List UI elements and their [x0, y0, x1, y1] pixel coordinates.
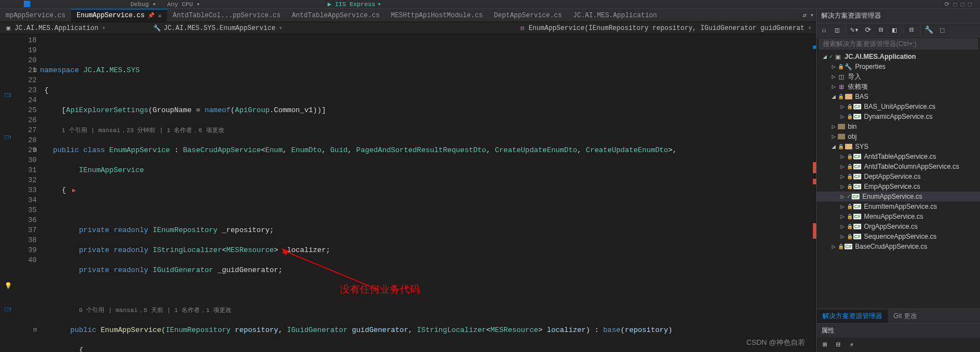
- events-icon[interactable]: ⚡: [847, 340, 857, 350]
- switch-view-icon[interactable]: ◫: [832, 25, 842, 35]
- tab-antdtable[interactable]: AntdTableAppService.cs: [287, 9, 385, 22]
- tree-file[interactable]: ▷🔒C#EnumItemAppService.cs: [817, 202, 980, 212]
- tree-folder-bas[interactable]: ◢🔒BAS: [817, 92, 980, 102]
- tree-folder-obj[interactable]: ▷obj: [817, 132, 980, 142]
- fold-icon[interactable]: ⊟: [33, 66, 37, 76]
- sync-icon[interactable]: ⟳: [863, 25, 873, 35]
- categorize-icon[interactable]: ⊞: [820, 340, 830, 350]
- breadcrumb-member[interactable]: ⊟EnumAppService(IEnumRepository reposito…: [519, 24, 805, 32]
- line-numbers: 1819202122232425262728293031323334353637…: [17, 34, 40, 352]
- code-editor[interactable]: ⊟namespace JC.AI.MES.SYS { [ApiExplorerS…: [40, 34, 807, 352]
- pending-changes-icon[interactable]: ✎▾: [850, 25, 860, 35]
- tab-antdtablecol[interactable]: AntdTableCol...ppService.cs: [167, 9, 286, 22]
- preview-icon[interactable]: ⬚: [937, 25, 947, 35]
- code-suggestion-icon[interactable]: ⬚↕: [3, 90, 13, 99]
- tree-folder-sys[interactable]: ◢🔒SYS: [817, 142, 980, 152]
- tree-file[interactable]: ▷🔒C#MenuAppService.cs: [817, 212, 980, 222]
- tree-file[interactable]: ▷🔒C#AntdTableAppService.cs: [817, 152, 980, 162]
- fold-icon[interactable]: ⊟: [33, 325, 37, 335]
- tree-file-enum[interactable]: ▷✓C#EnumAppService.cs: [817, 192, 980, 202]
- properties-icon[interactable]: 🔧: [924, 25, 934, 35]
- tab-mpappservice[interactable]: mpAppService.cs: [0, 9, 71, 22]
- tab-meshttp[interactable]: MESHttpApiHostModule.cs: [385, 9, 489, 22]
- tree-file[interactable]: ▷🔒C#BAS_UnitAppService.cs: [817, 102, 980, 112]
- tree-file[interactable]: ▷🔒C#EmpAppService.cs: [817, 182, 980, 192]
- overflow-icon[interactable]: ⇄: [803, 11, 807, 19]
- alphabetical-icon[interactable]: ⊟: [833, 340, 843, 350]
- properties-panel: 属性 ⊞ ⊟ ⚡: [817, 323, 980, 352]
- search-input[interactable]: [819, 38, 978, 49]
- tree-file[interactable]: ▷🔒C#AntdTableColumnAppService.cs: [817, 162, 980, 172]
- dropdown-icon[interactable]: ▾: [810, 11, 814, 19]
- codelens[interactable]: 1 个引用 | mansai，23 分钟前 | 1 名作者，6 项更改: [62, 127, 224, 134]
- tree-file[interactable]: ▷🔒C#OrgAppService.cs: [817, 222, 980, 232]
- tree-project[interactable]: ◢✓▣JC.AI.MES.Application: [817, 52, 980, 62]
- code-suggestion-icon[interactable]: ⬚↑: [3, 132, 13, 141]
- tree-folder-bin[interactable]: ▷bin: [817, 122, 980, 132]
- platform-config[interactable]: Any CPU: [167, 1, 193, 8]
- codelens[interactable]: 0 个引用 | mansai，5 天前 | 1 名作者，1 项更改: [79, 307, 232, 314]
- run-button[interactable]: ▶ IIS Express ▾: [328, 1, 381, 8]
- tab-dept[interactable]: DeptAppService.cs: [489, 9, 567, 22]
- debug-config[interactable]: Debug: [130, 1, 149, 8]
- panel-toolbar: ⌂ ◫ ✎▾ ⟳ ⊟ ◧ ⊟ 🔧 ⬚: [817, 23, 980, 37]
- collapse-icon[interactable]: ⊟: [907, 25, 917, 35]
- properties-title: 属性: [817, 324, 980, 338]
- tree-file[interactable]: ▷🔒C#SequenceAppService.cs: [817, 232, 980, 242]
- document-tabs: mpAppService.cs EnumAppService.cs📌✕ Antd…: [0, 9, 816, 22]
- tab-git-changes[interactable]: Git 更改: [888, 309, 923, 323]
- pin-icon[interactable]: 📌: [148, 12, 154, 19]
- filter-icon[interactable]: ⊟: [876, 25, 886, 35]
- breadcrumb-namespace[interactable]: 🔧JC.AI.MES.SYS.EnumAppService: [153, 24, 275, 32]
- solution-explorer: 解决方案资源管理器 ⌂ ◫ ✎▾ ⟳ ⊟ ◧ ⊟ 🔧 ⬚ ◢✓▣JC.AI.ME…: [816, 9, 980, 352]
- panel-title: 解决方案资源管理器: [817, 9, 980, 23]
- tree-file[interactable]: ▷🔒C#BaseCrudAppService.cs: [817, 242, 980, 252]
- tab-enumappservice[interactable]: EnumAppService.cs📌✕: [71, 9, 167, 22]
- panel-tabs: 解决方案资源管理器 Git 更改: [817, 309, 980, 323]
- lightbulb-icon[interactable]: 💡: [3, 281, 13, 290]
- show-all-icon[interactable]: ◧: [889, 25, 899, 35]
- tree-file[interactable]: ▷🔒C#DeptAppService.cs: [817, 172, 980, 182]
- tree-import[interactable]: ▷◫导入: [817, 72, 980, 82]
- indicator-margin: ⬚↕ ⬚↑ 💡 ⬚↑: [0, 34, 17, 352]
- close-icon[interactable]: ✕: [158, 12, 162, 19]
- fold-icon[interactable]: ⊟: [33, 145, 37, 155]
- scroll-minimap[interactable]: [807, 34, 816, 352]
- breadcrumb: ▣JC.AI.MES.Application ▾ 🔧JC.AI.MES.SYS.…: [0, 22, 816, 34]
- change-marker-icon: ▶: [72, 185, 76, 195]
- tree-file[interactable]: ▷🔒C#DynamicAppService.cs: [817, 112, 980, 122]
- home-icon[interactable]: ⌂: [819, 25, 829, 35]
- tree-properties[interactable]: ▷🔒🔧Properties: [817, 62, 980, 72]
- main-toolbar: 🟦 Debug ▾ Any CPU ▾ ▶ IIS Express ▾ ⟳ ⬚ …: [0, 0, 980, 9]
- tab-project[interactable]: JC.AI.MES.Application: [567, 9, 662, 22]
- tree-deps[interactable]: ▷⊞依赖项: [817, 82, 980, 92]
- breadcrumb-project[interactable]: ▣JC.AI.MES.Application: [4, 24, 98, 32]
- solution-tree: ◢✓▣JC.AI.MES.Application ▷🔒🔧Properties ▷…: [817, 51, 980, 309]
- code-suggestion-icon[interactable]: ⬚↑: [3, 304, 13, 313]
- tab-solution-explorer[interactable]: 解决方案资源管理器: [817, 309, 888, 323]
